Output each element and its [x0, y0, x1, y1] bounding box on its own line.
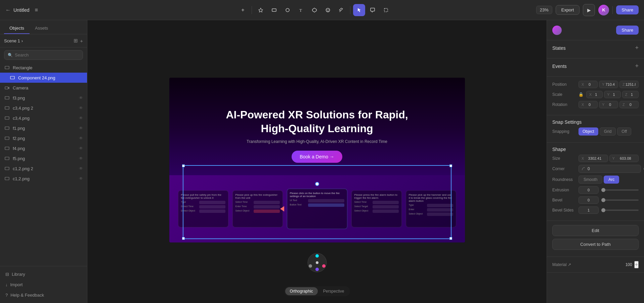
object-type-icon [4, 85, 10, 91]
lock-icon[interactable]: 🔒 [578, 92, 584, 97]
object-type-icon [4, 145, 10, 151]
play-button[interactable]: ▶ [583, 4, 595, 16]
corner-icon [582, 167, 586, 171]
perspective-button[interactable]: Perspective [318, 287, 349, 295]
visibility-icon[interactable]: 👁 [79, 106, 83, 110]
extrusion-slider[interactable] [601, 189, 639, 191]
corner-input-group[interactable] [578, 165, 641, 173]
edit-button[interactable]: Edit [552, 225, 639, 236]
back-button[interactable]: ← [5, 7, 11, 13]
bevel-sides-slider-thumb[interactable] [601, 208, 605, 212]
material-add-button[interactable]: + [634, 261, 639, 268]
search-input[interactable] [15, 52, 79, 58]
list-item[interactable]: f5.png 👁 [0, 153, 87, 163]
visibility-icon[interactable]: 👁 [79, 116, 83, 120]
scale-y-input[interactable]: Y [604, 91, 620, 98]
zoom-display[interactable]: 23% [536, 6, 552, 14]
canvas-cta-button[interactable]: Book a Demo → [292, 151, 342, 163]
polygon-tool[interactable] [308, 4, 320, 16]
scale-row: Scale 🔒 X Y Z [552, 91, 639, 98]
pointer-tool[interactable] [353, 4, 365, 16]
snap-buttons: Object Grid Off [578, 127, 631, 136]
list-item[interactable]: f4.png 👁 [0, 143, 87, 153]
color-center[interactable] [316, 261, 318, 264]
list-item[interactable]: Component 24.png [0, 73, 87, 83]
list-item[interactable]: f2.png 👁 [0, 133, 87, 143]
text-tool[interactable]: T [295, 4, 307, 16]
position-x-input[interactable]: X [578, 81, 598, 88]
menu-button[interactable]: ≡ [35, 7, 38, 13]
list-item[interactable]: c3,4.png 2 👁 [0, 103, 87, 113]
corner-row: Corner [552, 165, 639, 173]
circle-tool[interactable] [282, 4, 294, 16]
extrusion-input[interactable] [578, 186, 599, 194]
visibility-icon[interactable]: 👁 [79, 96, 83, 100]
pen-tool[interactable] [335, 4, 347, 16]
tab-assets[interactable]: Assets [30, 23, 53, 34]
library-item[interactable]: ⊟ Library [0, 269, 87, 279]
color-handle-right[interactable] [322, 264, 326, 268]
rotation-y-input[interactable]: Y [599, 101, 618, 108]
color-handle-bottom[interactable] [315, 268, 319, 271]
position-y-input[interactable]: Y [599, 81, 618, 88]
bevel-slider-thumb[interactable] [601, 198, 605, 202]
bevel-input[interactable] [578, 196, 599, 204]
list-item[interactable]: f3.png 👁 [0, 93, 87, 103]
states-add-button[interactable]: + [635, 44, 639, 51]
shape-header: Shape [552, 147, 639, 152]
color-handle-top[interactable] [315, 254, 319, 258]
view-toggle: Orthographic Perspective [284, 286, 350, 296]
visibility-icon[interactable]: 👁 [79, 166, 83, 171]
share-button[interactable]: Share [616, 5, 639, 14]
roundness-smooth-button[interactable]: Smooth [578, 176, 602, 184]
color-wheel-control[interactable] [307, 253, 327, 273]
visibility-icon[interactable]: 👁 [79, 176, 83, 181]
list-item[interactable]: Rectangle [0, 63, 87, 73]
add-tool[interactable]: + [237, 4, 249, 16]
select-special-tool[interactable] [255, 4, 267, 16]
scene-add-button[interactable]: + [80, 38, 83, 44]
position-z-input[interactable]: Z [619, 81, 639, 88]
list-item[interactable]: c1,2.png 2 👁 [0, 163, 87, 174]
list-item[interactable]: c1,2.png 👁 [0, 174, 87, 184]
roundness-arc-button[interactable]: Arc [604, 176, 619, 184]
snap-grid-button[interactable]: Grid [600, 127, 616, 136]
color-handle-left[interactable] [309, 264, 312, 268]
visibility-icon[interactable]: 👁 [79, 146, 83, 151]
scene-grid-button[interactable]: ⊞ [74, 38, 78, 44]
emoji-tool[interactable] [322, 4, 334, 16]
rotation-z-input[interactable]: Z [619, 101, 639, 108]
snap-object-button[interactable]: Object [578, 127, 598, 136]
canvas-area[interactable]: AI-Powered XR Solutions for Rapid, High-… [87, 20, 547, 303]
orthographic-button[interactable]: Orthographic [285, 287, 317, 295]
rectangle-tool[interactable] [268, 4, 280, 16]
size-x-input[interactable]: X [578, 155, 608, 162]
list-item[interactable]: c3,4.png 👁 [0, 113, 87, 123]
rotation-x-input[interactable]: X [578, 101, 598, 108]
comment-tool[interactable] [367, 4, 379, 16]
share-button-right[interactable]: Share [616, 26, 639, 35]
import-item[interactable]: ↓ Import [0, 279, 87, 290]
right-sidebar-header: Share [547, 20, 644, 40]
list-item[interactable]: Camera [0, 83, 87, 93]
convert-to-path-button[interactable]: Convert to Path [552, 239, 639, 250]
crop-tool[interactable] [380, 4, 392, 16]
list-item[interactable]: f1.png 👁 [0, 123, 87, 133]
extrusion-slider-thumb[interactable] [601, 188, 605, 192]
help-item[interactable]: ? Help & Feedback [0, 290, 87, 300]
events-title: Events [552, 64, 567, 69]
export-button[interactable]: Export [556, 5, 580, 15]
snap-off-button[interactable]: Off [617, 127, 631, 136]
visibility-icon[interactable]: 👁 [79, 136, 83, 141]
bevel-sides-slider[interactable] [601, 210, 639, 211]
visibility-icon[interactable]: 👁 [79, 156, 83, 161]
visibility-icon[interactable]: 👁 [79, 126, 83, 130]
scale-z-input[interactable]: Z [622, 91, 639, 98]
scene-label[interactable]: Scene 1 › [4, 38, 23, 43]
events-add-button[interactable]: + [635, 63, 639, 70]
size-y-input[interactable]: Y [609, 155, 639, 162]
scale-x-input[interactable]: X [586, 91, 603, 98]
tab-objects[interactable]: Objects [4, 23, 30, 34]
bevel-sides-input[interactable] [578, 206, 599, 214]
bevel-slider[interactable] [601, 199, 639, 201]
